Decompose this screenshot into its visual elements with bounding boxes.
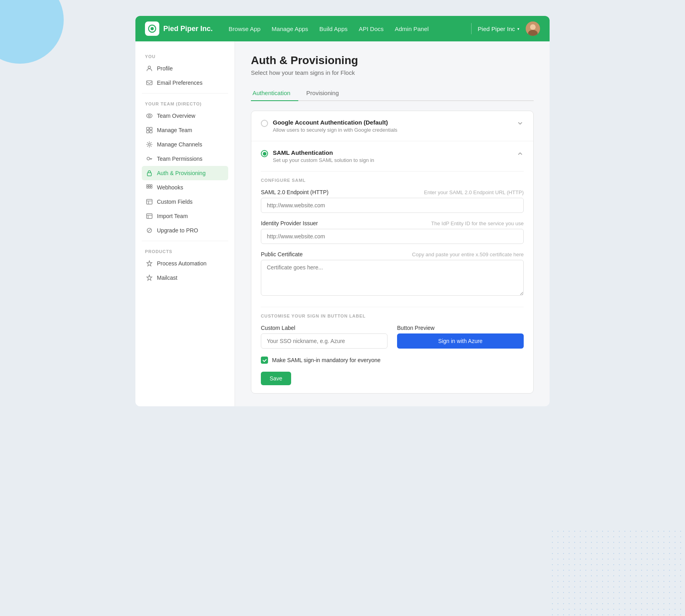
svg-rect-9 bbox=[147, 127, 149, 130]
button-preview-header: Button Preview bbox=[397, 325, 524, 331]
sidebar-divider-1 bbox=[142, 93, 228, 94]
chevron-down-icon: ▾ bbox=[517, 27, 519, 31]
google-collapse-btn[interactable] bbox=[517, 120, 524, 127]
cert-row: Public Certificate Copy and paste your e… bbox=[261, 251, 524, 297]
sidebar-item-manage-team[interactable]: Manage Team bbox=[142, 123, 228, 137]
tab-provisioning[interactable]: Provisioning bbox=[305, 86, 347, 101]
saml-config: CONFIGURE SAML SAML 2.0 Endpoint (HTTP) … bbox=[261, 171, 524, 385]
sidebar-item-webhooks[interactable]: Webhooks bbox=[142, 180, 228, 195]
sidebar-item-profile[interactable]: Profile bbox=[142, 61, 228, 76]
eye-icon bbox=[146, 112, 153, 119]
person-icon bbox=[146, 65, 153, 72]
endpoint-input[interactable] bbox=[261, 198, 524, 213]
sidebar-item-team-overview[interactable]: Team Overview bbox=[142, 109, 228, 123]
sidebar-item-process-automation[interactable]: Process Automation bbox=[142, 256, 228, 271]
navbar: Pied Piper Inc. Browse App Manage Apps B… bbox=[135, 16, 550, 41]
tab-authentication[interactable]: Authentication bbox=[251, 86, 298, 101]
custom-label-input[interactable] bbox=[261, 333, 388, 349]
auth-card: Google Account Authentication (Default) … bbox=[251, 111, 534, 394]
issuer-input[interactable] bbox=[261, 229, 524, 244]
saml-auth-header: SAML Authentication Set up your custom S… bbox=[261, 149, 524, 163]
page-subtitle: Select how your team signs in for Flock bbox=[251, 69, 534, 76]
grid-icon bbox=[146, 127, 153, 134]
nav-api-docs[interactable]: API Docs bbox=[359, 25, 384, 32]
saml-radio[interactable] bbox=[261, 150, 268, 157]
section-label-team: YOUR TEAM (DIRECTO) bbox=[142, 97, 228, 109]
cert-hint: Copy and paste your entire x.509 certifi… bbox=[412, 251, 524, 257]
navbar-nav: Browse App Manage Apps Build Apps API Do… bbox=[229, 25, 471, 32]
svg-rect-22 bbox=[147, 199, 152, 204]
nav-browse-app[interactable]: Browse App bbox=[229, 25, 260, 32]
page-title: Auth & Provisioning bbox=[251, 54, 534, 67]
gear-icon bbox=[146, 141, 153, 148]
decorative-dots bbox=[550, 528, 685, 616]
svg-point-13 bbox=[149, 144, 151, 146]
email-icon bbox=[146, 79, 153, 86]
sidebar-item-label: Process Automation bbox=[157, 260, 207, 267]
sidebar-item-mailcast[interactable]: Mailcast bbox=[142, 271, 228, 285]
saml-auth-left: SAML Authentication Set up your custom S… bbox=[261, 149, 374, 163]
sidebar-section-products: PRODUCTS Process Automation bbox=[135, 244, 235, 285]
sidebar-item-manage-channels[interactable]: Manage Channels bbox=[142, 137, 228, 152]
google-auth-header: Google Account Authentication (Default) … bbox=[261, 119, 524, 133]
brand[interactable]: Pied Piper Inc. bbox=[145, 21, 213, 36]
team-name: Pied Piper Inc bbox=[478, 25, 515, 32]
svg-point-1 bbox=[151, 27, 154, 30]
sidebar-item-custom-fields[interactable]: Custom Fields bbox=[142, 195, 228, 209]
cert-label: Public Certificate bbox=[261, 251, 303, 257]
star-icon bbox=[146, 260, 153, 267]
button-preview-label: Button Preview bbox=[397, 325, 434, 331]
key-icon bbox=[146, 155, 153, 162]
sidebar-item-email-preferences[interactable]: Email Preferences bbox=[142, 76, 228, 90]
avatar[interactable] bbox=[526, 21, 540, 36]
nav-build-apps[interactable]: Build Apps bbox=[319, 25, 348, 32]
custom-label-col: Custom Label bbox=[261, 325, 388, 349]
endpoint-hint: Enter your SAML 2.0 Endpoint URL (HTTP) bbox=[424, 189, 524, 195]
issuer-hint: The IdP Entity ID for the service you us… bbox=[431, 220, 524, 226]
webhooks-icon bbox=[146, 184, 153, 191]
mandatory-label: Make SAML sign-in mandatory for everyone bbox=[272, 357, 381, 363]
save-button[interactable]: Save bbox=[261, 372, 291, 385]
google-radio[interactable] bbox=[261, 120, 268, 127]
section-label-you: YOU bbox=[142, 49, 228, 61]
svg-rect-17 bbox=[149, 185, 150, 186]
sidebar-item-label: Profile bbox=[157, 65, 173, 72]
svg-rect-16 bbox=[147, 185, 148, 186]
svg-rect-6 bbox=[147, 81, 152, 85]
nav-manage-apps[interactable]: Manage Apps bbox=[272, 25, 308, 32]
svg-rect-18 bbox=[151, 185, 152, 186]
svg-line-29 bbox=[148, 229, 151, 232]
custom-label-header: Custom Label bbox=[261, 325, 388, 331]
main-layout: YOU Profile bbox=[135, 41, 550, 406]
sidebar-item-import-team[interactable]: Import Team bbox=[142, 209, 228, 223]
sidebar-divider-2 bbox=[142, 241, 228, 241]
sidebar-item-team-permissions[interactable]: Team Permissions bbox=[142, 152, 228, 166]
star-outline-icon bbox=[146, 274, 153, 281]
svg-rect-19 bbox=[147, 187, 148, 188]
team-selector[interactable]: Pied Piper Inc ▾ bbox=[478, 25, 519, 32]
google-auth-text: Google Account Authentication (Default) … bbox=[273, 119, 397, 133]
sign-in-preview-button[interactable]: Sign in with Azure bbox=[397, 333, 524, 349]
sidebar-item-label: Team Overview bbox=[157, 113, 195, 119]
svg-rect-20 bbox=[149, 187, 150, 188]
content-area: Auth & Provisioning Select how your team… bbox=[235, 41, 550, 406]
sidebar-item-label: Upgrade to PRO bbox=[157, 227, 198, 234]
mandatory-checkbox[interactable] bbox=[261, 357, 268, 364]
custom-label-field-label: Custom Label bbox=[261, 325, 295, 331]
issuer-header: Identity Provider Issuer The IdP Entity … bbox=[261, 220, 524, 226]
cert-textarea[interactable] bbox=[261, 260, 524, 296]
saml-collapse-btn[interactable] bbox=[517, 150, 524, 157]
svg-rect-10 bbox=[150, 127, 152, 130]
svg-point-7 bbox=[147, 114, 152, 118]
import-icon bbox=[146, 212, 153, 220]
svg-point-3 bbox=[530, 24, 536, 30]
svg-point-8 bbox=[149, 115, 151, 117]
saml-auth-option: SAML Authentication Set up your custom S… bbox=[251, 141, 533, 393]
button-preview-col: Button Preview Sign in with Azure bbox=[397, 325, 524, 349]
sidebar-section-team: YOUR TEAM (DIRECTO) Team Overview bbox=[135, 97, 235, 238]
endpoint-row: SAML 2.0 Endpoint (HTTP) Enter your SAML… bbox=[261, 189, 524, 213]
sidebar-item-upgrade-pro[interactable]: Upgrade to PRO bbox=[142, 223, 228, 238]
nav-admin-panel[interactable]: Admin Panel bbox=[395, 25, 429, 32]
sidebar-item-auth-provisioning[interactable]: Auth & Provisioning bbox=[142, 166, 228, 180]
section-label-products: PRODUCTS bbox=[142, 244, 228, 256]
